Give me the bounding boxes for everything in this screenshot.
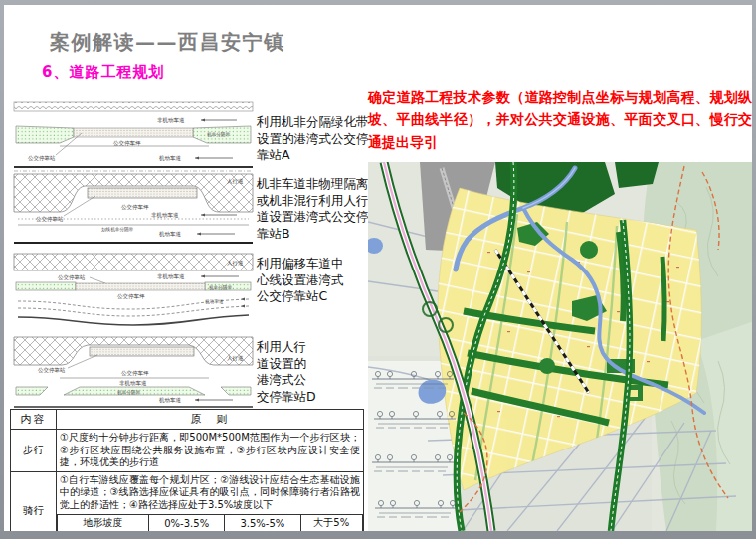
bus-stop-diagram-b: 人行道 公交停靠站 公交停车坪 非机动车道 划线机非分隔带 机动车道 xyxy=(10,172,257,252)
cycling-category: 骑行 xyxy=(11,471,57,531)
table-row-walking: 步行 ①尺度约十分钟步行距离，即500M*500M范围作为一个步行区块；②步行区… xyxy=(11,430,364,472)
svg-text:公交停车坪: 公交停车坪 xyxy=(121,204,149,211)
slide-frame: 案例解读——西昌安宁镇 6、道路工程规划 确定道路工程技术参数（道路控制点坐标与… xyxy=(0,0,756,539)
svg-text:公交停靠站: 公交停靠站 xyxy=(58,274,86,281)
slope-row: 地形坡度 0%-3.5% 3.5%-5% 大于5% xyxy=(58,514,363,531)
header-principle: 原 则 xyxy=(57,410,364,430)
slope-range-2: 3.5%-5% xyxy=(225,514,300,531)
bus-stop-label-c: 利用偏移车道中心线设置港湾式公交停靠站C xyxy=(257,256,344,305)
cycling-principle: ①自行车游线应覆盖每个规划片区；②游线设计应结合生态基础设施中的绿道；③线路选择… xyxy=(57,472,363,514)
slide: 案例解读——西昌安宁镇 6、道路工程规划 确定道路工程技术参数（道路控制点坐标与… xyxy=(4,5,752,531)
svg-text:公交停靠站: 公交停靠站 xyxy=(38,367,66,374)
svg-text:非机动车道: 非机动车道 xyxy=(157,273,185,280)
page-title: 案例解读——西昌安宁镇 xyxy=(50,29,285,56)
table-row-cycling: 骑行 ①自行车游线应覆盖每个规划片区；②游线设计应结合生态基础设施中的绿道；③线… xyxy=(11,471,364,531)
bus-stop-label-a: 利用机非分隔绿化带设置的港湾式公交停靠站A xyxy=(257,114,370,164)
svg-text:非机动车道: 非机动车道 xyxy=(151,212,179,219)
bus-stop-diagram-d: 人行道 公交停靠站 公交停车坪 非机动车道 机非分隔带 机动车道 xyxy=(10,335,257,409)
walking-principle: ①尺度约十分钟步行距离，即500M*500M范围作为一个步行区块；②步行区块应围… xyxy=(57,430,363,471)
svg-text:机动车道: 机动车道 xyxy=(205,299,224,304)
header-content: 内容 xyxy=(11,410,57,430)
svg-text:公交停车坪: 公交停车坪 xyxy=(113,140,141,147)
svg-text:机动车道: 机动车道 xyxy=(159,397,182,404)
section-heading: 6、道路工程规划 xyxy=(42,63,164,82)
slope-range-3: 大于5% xyxy=(300,514,362,531)
slope-range-1: 0%-3.5% xyxy=(149,514,225,531)
bus-stop-diagram-c: 人行道 公交停靠站 非机动车道 机非分隔带 公交停车坪 机动车道 xyxy=(10,252,257,335)
bus-stop-label-b: 机非车道非物理隔离或机非混行利用人行道设置港湾式公交停靠站B xyxy=(257,176,370,242)
principles-table: 内容 原 则 步行 ①尺度约十分钟步行距离，即500M*500M范围作为一个步行… xyxy=(10,409,364,531)
svg-text:公交停车坪: 公交停车坪 xyxy=(117,293,145,300)
svg-text:机动车道: 机动车道 xyxy=(159,231,182,238)
svg-text:人行道: 人行道 xyxy=(227,260,244,267)
bus-stop-label-d: 利用人行道设置的港湾式公交停靠站D xyxy=(257,339,316,405)
svg-text:公交停车坪: 公交停车坪 xyxy=(121,370,149,377)
svg-text:机动车道: 机动车道 xyxy=(159,155,182,162)
road-planning-map xyxy=(368,162,752,531)
svg-text:非机动车道: 非机动车道 xyxy=(119,380,147,387)
svg-text:非机动车道: 非机动车道 xyxy=(157,117,185,124)
svg-text:划线机非分隔带: 划线机非分隔带 xyxy=(101,227,134,233)
bus-stop-diagram-a: 非机动车道 机非分隔带 公交停车坪 公交停靠站 机动车道 xyxy=(10,98,257,172)
svg-text:公交停靠站: 公交停靠站 xyxy=(36,216,64,223)
slope-sub-table: 地形坡度 0%-3.5% 3.5%-5% 大于5% 骑行感受 轻松 稍显吃力 吃… xyxy=(57,514,363,531)
svg-text:人行道: 人行道 xyxy=(227,178,244,185)
road-parameters-callout: 确定道路工程技术参数（道路控制点坐标与规划高程、规划纵坡、平曲线半径），并对公共… xyxy=(368,87,752,153)
table-header-row: 内容 原 则 xyxy=(11,410,364,430)
walking-category: 步行 xyxy=(11,430,57,472)
slope-label: 地形坡度 xyxy=(58,514,149,531)
svg-text:公交停靠站: 公交停靠站 xyxy=(28,155,56,162)
svg-text:人行道: 人行道 xyxy=(227,355,244,362)
